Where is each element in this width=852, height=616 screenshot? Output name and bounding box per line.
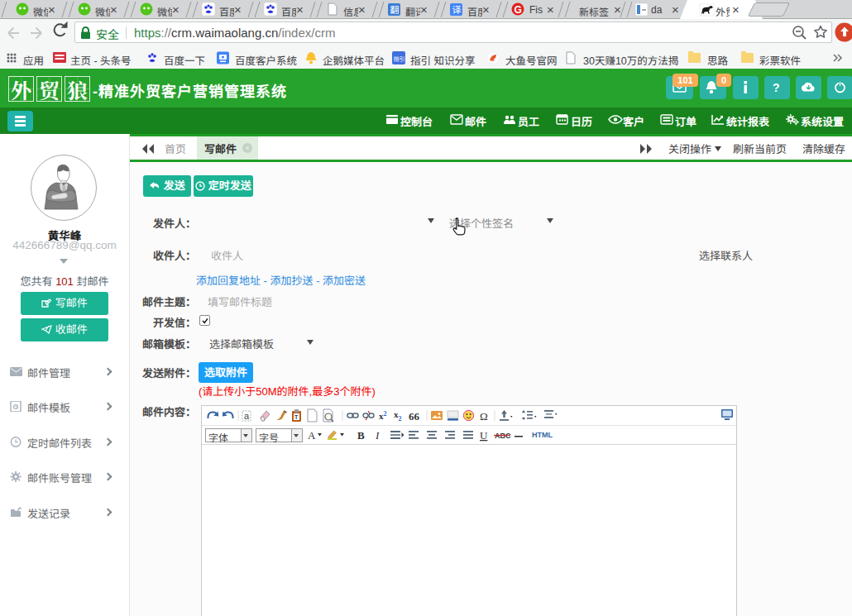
svg-text:I: I [375,429,380,442]
svg-text:译: 译 [452,2,462,16]
svg-text:T: T [294,414,299,420]
svg-text:Ω: Ω [480,410,488,423]
svg-text:66: 66 [409,410,420,423]
svg-text:x2: x2 [379,410,387,421]
svg-text:U: U [480,429,488,442]
svg-text:翻: 翻 [390,2,400,16]
svg-text:a: a [244,411,250,421]
svg-text:A: A [308,429,316,442]
svg-text:?: ? [773,81,780,94]
svg-text:B: B [357,429,365,442]
svg-text:x2: x2 [394,409,402,423]
svg-text:指引: 指引 [394,55,405,63]
svg-text:G: G [515,4,522,16]
